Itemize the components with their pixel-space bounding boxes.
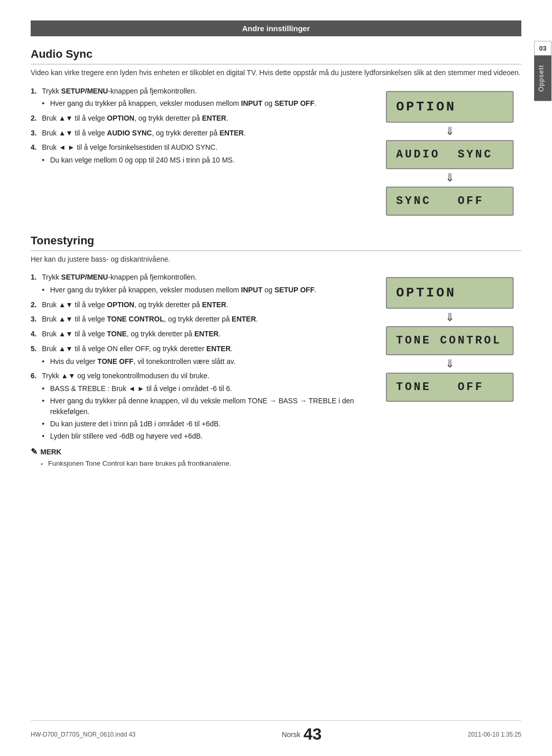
side-tab-number: 03 xyxy=(534,41,551,56)
tonestyring-title: Tonestyring xyxy=(31,234,521,251)
tonestyring-step-6-sub-4: Lyden blir stillere ved -6dB og høyere v… xyxy=(42,431,363,442)
tonestyring-step-6: Trykk ▲▼ og velg tonekontrollmodusen du … xyxy=(31,371,363,442)
note-section: ✎ MERK Funksjonen Tone Control kan bare … xyxy=(31,447,363,469)
audio-sync-step-2: Bruk ▲▼ til å velge OPTION, og trykk der… xyxy=(31,113,363,124)
note-item-1: Funksjonen Tone Control kan bare brukes … xyxy=(41,459,363,469)
lcd-arrow-1: ⇓ xyxy=(386,123,514,140)
footer-file: HW-D700_D770S_NOR_0610.indd 43 xyxy=(31,731,135,738)
tonestyring-step-6-sub-1: BASS & TREBLE : Bruk ◄ ► til å velge i o… xyxy=(42,383,363,395)
note-list: Funksjonen Tone Control kan bare brukes … xyxy=(31,459,363,469)
tonestyring-step-2: Bruk ▲▼ til å velge OPTION, og trykk der… xyxy=(31,300,363,311)
tonestyring-instructions: Trykk SETUP/MENU-knappen på fjernkontrol… xyxy=(31,272,363,474)
tonestyring-step-6-sub-3: Du kan justere det i trinn på 1dB i områ… xyxy=(42,419,363,430)
page-container: 03 Oppsett Andre innstillinger Audio Syn… xyxy=(0,0,552,756)
footer-page-number: 43 xyxy=(304,725,322,744)
audio-sync-displays: OPTION ⇓ AUDIO SYNC ⇓ SYNC OFF xyxy=(378,86,521,216)
lcd-arrow-3: ⇓ xyxy=(386,309,514,326)
tonestyring-intro: Her kan du justere bass- og diskantnivåe… xyxy=(31,254,521,265)
lcd-option-1: OPTION xyxy=(386,91,514,123)
tonestyring-step-4: Bruk ▲▼ til å velge TONE, og trykk deret… xyxy=(31,329,363,340)
tonestyring-steps: Trykk SETUP/MENU-knappen på fjernkontrol… xyxy=(31,272,363,442)
lcd-tone-off: TONE OFF xyxy=(386,373,514,402)
section-tonestyring: Tonestyring Her kan du justere bass- og … xyxy=(31,234,521,474)
footer-date: 2011-06-10 1:35:25 xyxy=(468,731,521,738)
note-title-text: MERK xyxy=(40,448,61,456)
tonestyring-step-6-sub-2: Hver gang du trykker på denne knappen, v… xyxy=(42,396,363,418)
audio-sync-step-1: Trykk SETUP/MENU-knappen på fjernkontrol… xyxy=(31,86,363,109)
audio-sync-steps: Trykk SETUP/MENU-knappen på fjernkontrol… xyxy=(31,86,363,166)
footer-page-word: Norsk xyxy=(282,730,301,739)
lcd-audio-sync: AUDIO SYNC xyxy=(386,140,514,169)
lcd-tone-control: TONE CONTROL xyxy=(386,326,514,355)
tonestyring-step-5: Bruk ▲▼ til å velge ON eller OFF, og try… xyxy=(31,343,363,367)
audio-sync-step-4-sub: Du kan velge mellom 0 og opp til 240 MS … xyxy=(42,155,363,166)
tonestyring-body: Trykk SETUP/MENU-knappen på fjernkontrol… xyxy=(31,272,521,474)
lcd-option-2: OPTION xyxy=(386,277,514,309)
audio-sync-intro: Video kan virke tregere enn lyden hvis e… xyxy=(31,67,521,79)
tonestyring-step-5-sub: Hvis du velger TONE OFF, vil tonekontrol… xyxy=(42,356,363,368)
audio-sync-instructions: Trykk SETUP/MENU-knappen på fjernkontrol… xyxy=(31,86,363,216)
tonestyring-displays: OPTION ⇓ TONE CONTROL ⇓ TONE OFF xyxy=(378,272,521,474)
audio-sync-step-3: Bruk ▲▼ til å velge AUDIO SYNC, og trykk… xyxy=(31,128,363,139)
page-footer: HW-D700_D770S_NOR_0610.indd 43 Norsk 43 … xyxy=(31,720,521,744)
header-bar: Andre innstillinger xyxy=(31,20,521,36)
side-tab: 03 Oppsett xyxy=(534,41,552,101)
tonestyring-step-1: Trykk SETUP/MENU-knappen på fjernkontrol… xyxy=(31,272,363,295)
lcd-arrow-4: ⇓ xyxy=(386,355,514,373)
page-number-box: Norsk 43 xyxy=(282,725,321,744)
tonestyring-step-3: Bruk ▲▼ til å velge TONE CONTROL, og try… xyxy=(31,314,363,325)
lcd-arrow-2: ⇓ xyxy=(386,169,514,187)
lcd-sync-off: SYNC OFF xyxy=(386,187,514,216)
tonestyring-step-1-sub: Hver gang du trykker på knappen, veksler… xyxy=(42,285,363,296)
note-icon: ✎ xyxy=(31,447,37,456)
side-tab-label: Oppsett xyxy=(534,56,551,101)
section-audio-sync: Audio Sync Video kan virke tregere enn l… xyxy=(31,48,521,216)
note-title: ✎ MERK xyxy=(31,447,363,456)
audio-sync-step-1-sub: Hver gang du trykker på knappen, veksler… xyxy=(42,98,363,109)
audio-sync-body: Trykk SETUP/MENU-knappen på fjernkontrol… xyxy=(31,86,521,216)
audio-sync-step-4: Bruk ◄ ► til å velge forsinkelsestiden t… xyxy=(31,142,363,166)
audio-sync-title: Audio Sync xyxy=(31,48,521,64)
